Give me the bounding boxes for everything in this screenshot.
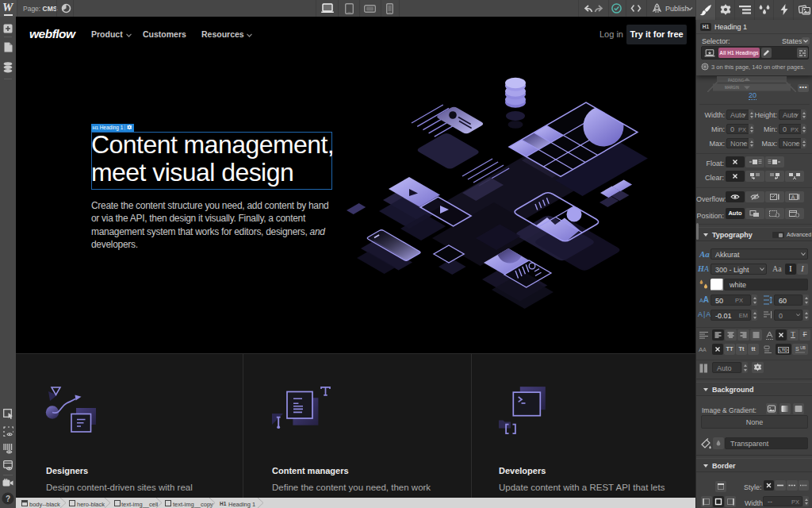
svg-text:?: ? [6, 495, 10, 503]
svg-text:UB: UB [800, 345, 806, 350]
svg-text:S: S [795, 346, 799, 352]
svg-text:MARGIN: MARGIN [725, 86, 739, 90]
svg-text:A: A [791, 194, 795, 201]
svg-text:PADDING: PADDING [728, 79, 745, 83]
